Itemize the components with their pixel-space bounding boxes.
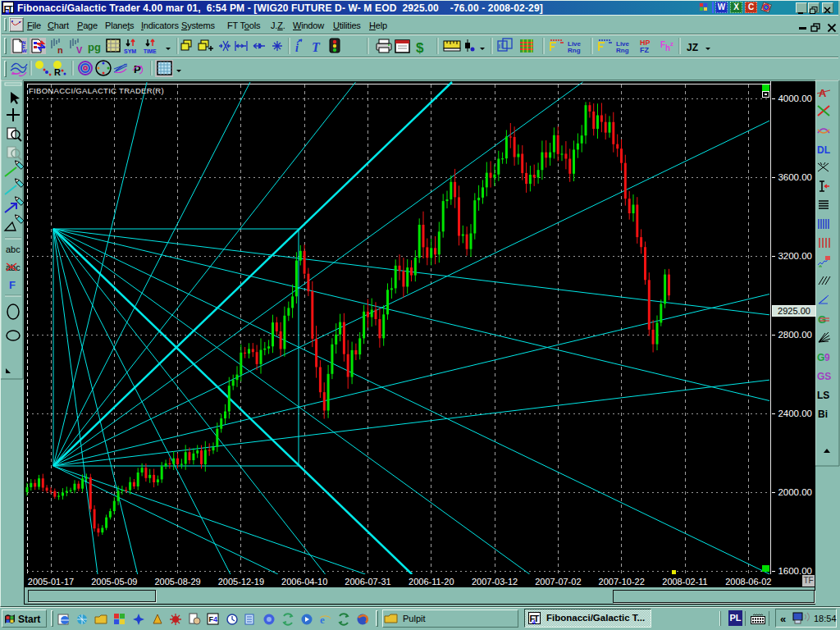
- svg-text:e: e: [320, 614, 325, 626]
- svg-text:4: 4: [532, 619, 536, 624]
- svg-text:F4: F4: [209, 615, 218, 623]
